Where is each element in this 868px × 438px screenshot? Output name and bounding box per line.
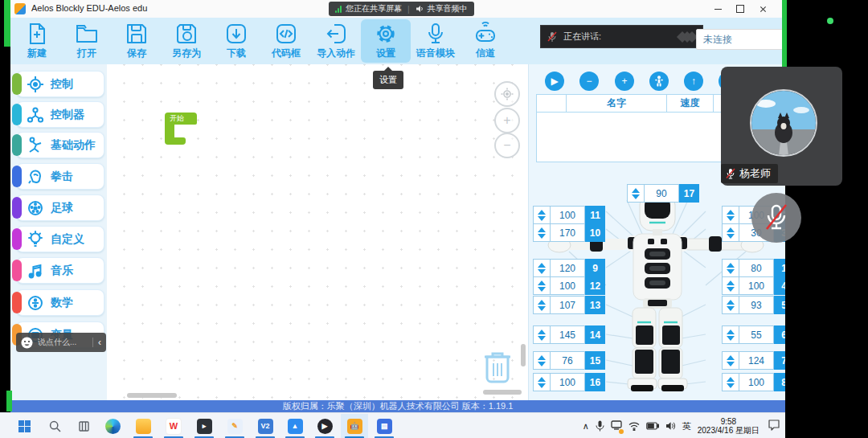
- servo-spinner[interactable]: [533, 325, 551, 344]
- settings-button[interactable]: 设置: [361, 19, 411, 63]
- new-button[interactable]: 新建: [12, 19, 62, 63]
- blockly-workspace[interactable]: 开始 + −: [107, 64, 528, 400]
- servo-value-input[interactable]: 55: [739, 325, 774, 344]
- collapse-icon[interactable]: ‹: [98, 338, 101, 347]
- servo-value-input[interactable]: 100: [739, 276, 774, 295]
- servo-spinner[interactable]: [533, 259, 551, 277]
- toolbar-label: 信道: [476, 47, 495, 60]
- servo-id-badge: 8: [774, 373, 785, 391]
- download-button[interactable]: 下载: [211, 19, 261, 63]
- servo-spinner[interactable]: [627, 184, 645, 203]
- search-icon[interactable]: [47, 418, 63, 434]
- servo-value-input[interactable]: 90: [645, 184, 679, 203]
- servo-value-input[interactable]: 145: [551, 325, 585, 344]
- servo-spinner[interactable]: [533, 351, 551, 370]
- sidebar-item-football[interactable]: 足球: [16, 194, 104, 221]
- voice-module-button[interactable]: 语音模块: [411, 19, 461, 63]
- file-explorer-icon[interactable]: [135, 418, 151, 434]
- save-button[interactable]: 保存: [112, 19, 162, 63]
- servo-spinner[interactable]: [533, 276, 551, 295]
- tray-share-icon[interactable]: [611, 419, 622, 433]
- tray-clock[interactable]: 9:58 2023/4/16 星期日: [698, 417, 760, 435]
- trash-icon[interactable]: [481, 347, 514, 387]
- connection-dropdown[interactable]: 未连接 ∨: [696, 29, 785, 50]
- sidebar-item-music[interactable]: 音乐: [16, 257, 104, 284]
- close-button[interactable]: [751, 0, 774, 18]
- participant-video-tile[interactable]: 杨老师: [721, 67, 842, 186]
- input-method-indicator[interactable]: 英: [682, 420, 691, 432]
- servo-spinner[interactable]: [722, 296, 739, 314]
- stand-pose-button[interactable]: [649, 72, 669, 91]
- channel-button[interactable]: 信道: [461, 19, 510, 63]
- servo-spinner[interactable]: [533, 223, 551, 242]
- servo-value-input[interactable]: 100: [551, 373, 585, 391]
- sidebar-item-basic-actions[interactable]: 基础动作: [16, 132, 104, 158]
- servo-value-input[interactable]: 100: [739, 373, 774, 391]
- start-block[interactable]: 开始: [165, 113, 197, 145]
- sidebar-item-boxing[interactable]: 拳击: [16, 163, 104, 190]
- minimize-button[interactable]: [706, 0, 729, 18]
- zoom-reset-button[interactable]: [494, 81, 520, 107]
- battery-icon[interactable]: [646, 422, 659, 430]
- start-button[interactable]: [16, 418, 32, 434]
- sidebar-item-controller[interactable]: 控制器: [16, 101, 104, 128]
- v2-app-icon[interactable]: V2: [257, 418, 273, 434]
- servo-spinner[interactable]: [722, 223, 739, 242]
- servo-spinner[interactable]: [722, 206, 739, 224]
- document-app-icon[interactable]: ✎: [227, 418, 243, 434]
- save-as-button[interactable]: 另存为: [162, 19, 211, 63]
- servo-value-input[interactable]: 93: [739, 296, 774, 314]
- action-center-icon[interactable]: [768, 419, 780, 434]
- servo-value-input[interactable]: 100: [551, 276, 585, 295]
- maximize-button[interactable]: [729, 0, 751, 18]
- servo-spinner[interactable]: [722, 325, 739, 344]
- wifi-icon[interactable]: [628, 422, 640, 431]
- servo-value-input[interactable]: 120: [551, 259, 585, 277]
- tray-expand-icon[interactable]: ∧: [583, 421, 589, 432]
- servo-spinner[interactable]: [722, 276, 739, 295]
- volume-icon[interactable]: [665, 421, 676, 431]
- sidebar-item-control[interactable]: 控制: [16, 71, 104, 97]
- servo-value-input[interactable]: 124: [739, 351, 774, 370]
- meeting-app-icon[interactable]: ▲: [287, 418, 303, 434]
- add-frame-button[interactable]: +: [615, 72, 634, 91]
- emoji-icon[interactable]: [21, 337, 33, 349]
- class-tool-icon[interactable]: ▤: [376, 418, 392, 434]
- edge-icon[interactable]: [104, 418, 121, 434]
- servo-spinner[interactable]: [533, 206, 551, 224]
- meeting-chat-bar[interactable]: 说点什么... ‹: [16, 333, 106, 352]
- import-action-button[interactable]: 导入动作: [311, 19, 361, 63]
- servo-spinner[interactable]: [533, 296, 551, 314]
- servo-value-input[interactable]: 80: [739, 259, 774, 277]
- servo-spinner[interactable]: [722, 373, 739, 391]
- vertical-scrollbar[interactable]: [521, 344, 526, 366]
- player-icon[interactable]: ▶: [317, 418, 333, 434]
- aelos-app-icon[interactable]: 🤖: [346, 418, 362, 434]
- remove-frame-button[interactable]: −: [579, 72, 599, 91]
- servo-value-input[interactable]: 100: [551, 206, 585, 224]
- sidebar-item-math[interactable]: 数学: [16, 289, 104, 316]
- toolbar-label: 代码框: [272, 47, 301, 60]
- zoom-out-button[interactable]: −: [494, 133, 520, 158]
- servo-spinner[interactable]: [533, 373, 551, 391]
- servo-value-input[interactable]: 170: [551, 223, 585, 242]
- zoom-in-button[interactable]: +: [494, 108, 520, 133]
- open-button[interactable]: 打开: [62, 19, 112, 63]
- sidebar-item-custom[interactable]: 自定义: [16, 226, 104, 252]
- servo-spinner[interactable]: [722, 351, 739, 370]
- task-view-icon[interactable]: [76, 418, 92, 434]
- upload-button[interactable]: ↑: [684, 72, 703, 91]
- new-file-icon: [25, 22, 49, 46]
- code-box-button[interactable]: 代码框: [261, 19, 311, 63]
- chat-input-placeholder[interactable]: 说点什么...: [38, 337, 88, 348]
- wps-icon[interactable]: W: [166, 418, 182, 434]
- servo-value-input[interactable]: 76: [551, 351, 585, 370]
- floating-mute-button[interactable]: [751, 193, 801, 243]
- horizontal-scrollbar[interactable]: [127, 393, 177, 398]
- servo-spinner[interactable]: [722, 259, 739, 277]
- play-button[interactable]: ▶: [545, 72, 564, 91]
- terminal-icon[interactable]: ▸: [196, 418, 212, 434]
- tray-mic-icon[interactable]: [596, 420, 604, 432]
- servo-value-input[interactable]: 107: [551, 296, 585, 314]
- horizontal-scrollbar[interactable]: [483, 390, 522, 395]
